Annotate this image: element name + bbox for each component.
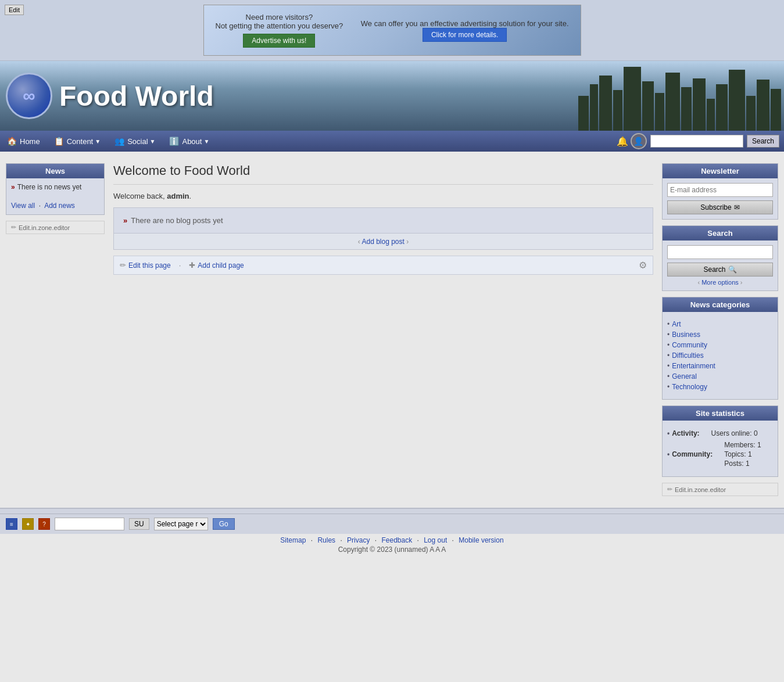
nav-items: 🏠 Home 📋 Content ▼ 👥 Social ▼ ℹ️ About ▼: [0, 131, 617, 152]
nav-home[interactable]: 🏠 Home: [0, 131, 47, 152]
footer-page-select[interactable]: Select page r: [154, 518, 208, 530]
footer-icon-list[interactable]: ≡: [6, 518, 17, 530]
welcome-message: Welcome back, admin.: [113, 192, 653, 200]
edit-this-page-link[interactable]: ✏ Edit this page: [120, 261, 171, 270]
logo-icon: ∞: [23, 86, 35, 106]
right-edit-zone-label: Edit.in.zone.editor: [675, 486, 726, 493]
list-item: Entertainment: [667, 361, 773, 371]
edit-page-label: Edit this page: [128, 261, 171, 270]
page-actions: ✏ Edit this page · ✚ Add child page ⚙: [113, 256, 653, 275]
nav-right: 🔔 👤 Search: [617, 133, 784, 149]
category-general-link[interactable]: General: [672, 372, 697, 381]
nav-about-label: About: [182, 137, 202, 146]
subscribe-icon: ✉: [734, 203, 740, 211]
site-stats-widget: Site statistics Activity: Users online: …: [662, 405, 778, 477]
rules-link[interactable]: Rules: [317, 536, 335, 544]
newsletter-header: Newsletter: [663, 164, 778, 178]
category-business-link[interactable]: Business: [672, 331, 700, 339]
nav-social-label: Social: [127, 137, 148, 146]
page-title-box: Welcome to Food World: [113, 163, 653, 185]
sidebar-search-icon: 🔍: [728, 265, 737, 274]
list-item: Business: [667, 329, 773, 340]
feedback-link[interactable]: Feedback: [381, 536, 412, 544]
nav-social[interactable]: 👥 Social ▼: [108, 131, 162, 152]
no-news-text: There is no news yet: [17, 183, 82, 191]
users-online-stat: Users online: 0: [711, 429, 758, 438]
more-options-container: ‹ More options ›: [667, 279, 773, 286]
gear-settings-icon[interactable]: ⚙: [639, 260, 647, 271]
footer-su-button[interactable]: SU: [129, 518, 149, 530]
search-button[interactable]: Search: [747, 135, 779, 148]
advertise-button[interactable]: Advertise with us!: [243, 34, 315, 48]
page-wrapper: News » There is no news yet View all · A…: [0, 152, 784, 508]
welcome-text-label: Welcome back,: [113, 192, 165, 200]
user-icons: 🔔 👤: [617, 133, 647, 149]
category-technology-link[interactable]: Technology: [672, 383, 707, 391]
edit-page-icon: ✏: [120, 261, 126, 270]
left-edit-zone[interactable]: ✏ Edit.in.zone.editor: [6, 221, 105, 234]
category-entertainment-link[interactable]: Entertainment: [672, 362, 715, 370]
ad-subtitle: Not getting the attention you deserve?: [216, 21, 343, 30]
site-stats-body: Activity: Users online: 0 Community: Mem…: [663, 421, 778, 476]
list-item: Difficulties: [667, 350, 773, 361]
nav-about[interactable]: ℹ️ About ▼: [162, 131, 216, 152]
news-arrow-icon: »: [11, 183, 15, 191]
nav-home-label: Home: [20, 137, 40, 146]
about-icon: ℹ️: [169, 137, 179, 146]
search-input[interactable]: [650, 135, 743, 148]
footer-copyright: Copyright © 2023 (unnamed) A A A: [6, 545, 778, 554]
news-body: » There is no news yet: [6, 178, 104, 199]
more-options-link[interactable]: More options: [701, 279, 740, 286]
avatar[interactable]: 👤: [631, 133, 647, 149]
category-difficulties-link[interactable]: Difficulties: [672, 351, 703, 360]
add-child-page-link[interactable]: ✚ Add child page: [189, 261, 244, 270]
edit-button[interactable]: Edit: [5, 5, 24, 15]
footer-go-button[interactable]: Go: [213, 518, 235, 530]
newsletter-body: Subscribe ✉: [663, 178, 778, 219]
nav-content[interactable]: 📋 Content ▼: [47, 131, 108, 152]
logo-area: ∞ Food World: [0, 73, 214, 119]
about-dropdown-icon: ▼: [203, 138, 209, 145]
category-community-link[interactable]: Community: [672, 341, 707, 349]
footer-text-input[interactable]: [55, 518, 124, 530]
sidebar-search-input[interactable]: [667, 245, 773, 259]
category-art-link[interactable]: Art: [672, 320, 681, 328]
list-item: Technology: [667, 382, 773, 392]
ad-offer-text: We can offer you an effective advertisin…: [361, 19, 569, 28]
no-blog-text: There are no blog posts yet: [131, 216, 223, 225]
privacy-link[interactable]: Privacy: [347, 536, 370, 544]
sidebar-search-button[interactable]: Search 🔍: [667, 263, 773, 277]
main-content: Welcome to Food World Welcome back, admi…: [105, 163, 662, 496]
news-header: News: [6, 164, 104, 178]
view-all-link[interactable]: View all: [11, 202, 35, 210]
list-item: General: [667, 371, 773, 382]
community-sub-list: Members: 1 Topics: 1 Posts: 1: [715, 440, 761, 468]
edit-zone-label: Edit.in.zone.editor: [19, 224, 70, 231]
categories-list: Art Business Community Difficulties Ente…: [667, 317, 773, 394]
subscribe-button[interactable]: Subscribe ✉: [667, 200, 773, 214]
sitemap-link[interactable]: Sitemap: [280, 536, 306, 544]
details-button[interactable]: Click for more details.: [423, 28, 507, 42]
add-news-link[interactable]: Add news: [44, 202, 75, 210]
newsletter-widget: Newsletter Subscribe ✉: [662, 163, 778, 220]
newsletter-email-input[interactable]: [667, 183, 773, 197]
right-edit-zone[interactable]: ✏ Edit.in.zone.editor: [662, 483, 778, 496]
logout-link[interactable]: Log out: [424, 536, 447, 544]
activity-sub-list: Users online: 0: [702, 429, 758, 438]
add-blog-post-link[interactable]: ‹ Add blog post ›: [358, 238, 409, 246]
page-title: Welcome to Food World: [113, 163, 653, 178]
blog-box: » There are no blog posts yet ‹ Add blog…: [113, 207, 653, 250]
members-stat: Members: 1: [724, 440, 761, 450]
mobile-version-link[interactable]: Mobile version: [459, 536, 503, 544]
footer-icon-help[interactable]: ?: [38, 518, 50, 530]
add-child-label: Add child page: [198, 261, 244, 270]
more-options-label: More options: [701, 279, 739, 286]
sidebar-search-label: Search: [703, 265, 725, 274]
search-widget-header: Search: [663, 226, 778, 241]
footer-icon-settings[interactable]: ✦: [22, 518, 34, 530]
footer-area: ≡ ✦ ? SU Select page r Go Sitemap · Rule…: [0, 508, 784, 558]
subscribe-label: Subscribe: [700, 203, 731, 211]
search-widget-body: Search 🔍 ‹ More options ›: [663, 241, 778, 290]
content-dropdown-icon: ▼: [95, 138, 101, 145]
community-label: Community:: [672, 450, 713, 458]
